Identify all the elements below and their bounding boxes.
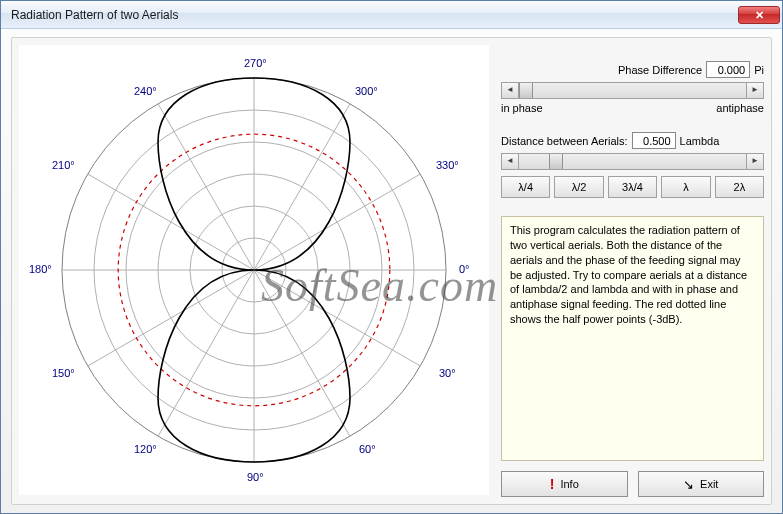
phase-value: 0.000: [706, 61, 750, 78]
phase-label: Phase Difference: [618, 64, 702, 76]
svg-line-8: [254, 104, 350, 270]
preset-3lambda-quarter[interactable]: 3λ/4: [608, 176, 657, 198]
distance-unit: Lambda: [680, 135, 720, 147]
phase-right-arrow[interactable]: ►: [746, 83, 763, 98]
titlebar: Radiation Pattern of two Aerials ✕: [1, 1, 782, 29]
distance-left-arrow[interactable]: ◄: [502, 154, 519, 169]
preset-lambda-half[interactable]: λ/2: [554, 176, 603, 198]
exit-icon: ↘: [683, 477, 694, 492]
angle-0: 0°: [459, 263, 470, 275]
distance-value: 0.500: [632, 132, 676, 149]
angle-150: 150°: [52, 367, 75, 379]
angle-210: 210°: [52, 159, 75, 171]
polar-svg: [19, 45, 489, 495]
exclaim-icon: !: [550, 476, 555, 492]
svg-line-11: [88, 174, 254, 270]
angle-240: 240°: [134, 85, 157, 97]
phase-min-label: in phase: [501, 102, 543, 114]
angle-60: 60°: [359, 443, 376, 455]
window-title: Radiation Pattern of two Aerials: [11, 8, 738, 22]
info-button[interactable]: ! Info: [501, 471, 628, 497]
distance-track[interactable]: [519, 154, 746, 169]
exit-button-label: Exit: [700, 478, 718, 490]
preset-lambda[interactable]: λ: [661, 176, 710, 198]
polar-chart: 0° 330° 300° 270° 240° 210° 180° 150° 12…: [19, 45, 489, 495]
distance-scrollbar[interactable]: ◄ ►: [501, 153, 764, 170]
angle-270: 270°: [244, 57, 267, 69]
svg-line-7: [254, 174, 420, 270]
app-window: Radiation Pattern of two Aerials ✕ SoftS…: [0, 0, 783, 514]
angle-120: 120°: [134, 443, 157, 455]
angle-180: 180°: [29, 263, 52, 275]
phase-scrollbar[interactable]: ◄ ►: [501, 82, 764, 99]
svg-line-14: [158, 270, 254, 436]
exit-button[interactable]: ↘ Exit: [638, 471, 765, 497]
svg-line-10: [158, 104, 254, 270]
phase-max-label: antiphase: [716, 102, 764, 114]
angle-90: 90°: [247, 471, 264, 483]
preset-lambda-quarter[interactable]: λ/4: [501, 176, 550, 198]
info-button-label: Info: [560, 478, 578, 490]
phase-track[interactable]: [519, 83, 746, 98]
angle-330: 330°: [436, 159, 459, 171]
info-text: This program calculates the radiation pa…: [501, 216, 764, 461]
phase-left-arrow[interactable]: ◄: [502, 83, 519, 98]
close-button[interactable]: ✕: [738, 6, 780, 24]
phase-unit: Pi: [754, 64, 764, 76]
distance-thumb[interactable]: [549, 154, 563, 169]
distance-right-arrow[interactable]: ►: [746, 154, 763, 169]
preset-row: λ/4 λ/2 3λ/4 λ 2λ: [501, 176, 764, 198]
preset-2lambda[interactable]: 2λ: [715, 176, 764, 198]
client-area: SoftSea.com: [1, 29, 782, 513]
distance-label: Distance between Aerials:: [501, 135, 628, 147]
svg-line-17: [254, 270, 420, 366]
angle-30: 30°: [439, 367, 456, 379]
svg-line-13: [88, 270, 254, 366]
phase-thumb[interactable]: [519, 83, 533, 98]
controls-panel: Phase Difference 0.000 Pi ◄ ► in phase a…: [489, 45, 764, 497]
angle-300: 300°: [355, 85, 378, 97]
svg-line-16: [254, 270, 350, 436]
